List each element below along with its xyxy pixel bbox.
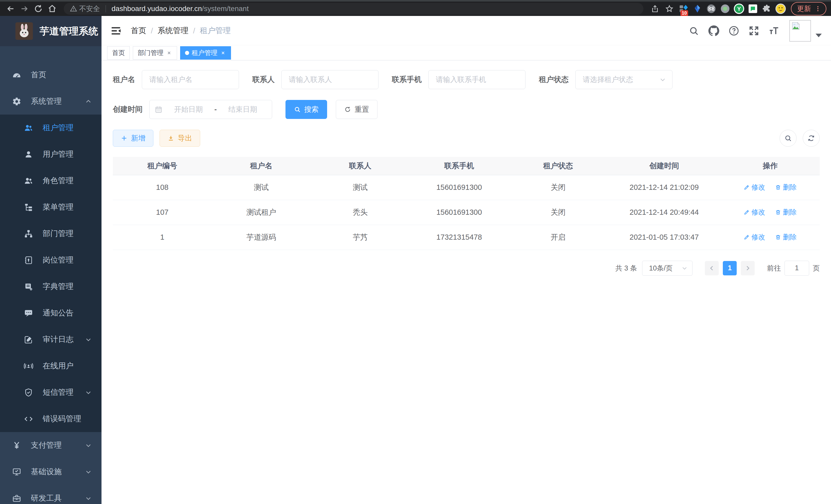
reset-button[interactable]: 重置 <box>336 100 377 119</box>
chevron-right-icon <box>744 265 751 271</box>
sidebar-item-devtools[interactable]: 研发工具 <box>0 485 102 504</box>
cell-contact: 秃头 <box>311 200 409 225</box>
fullscreen-icon[interactable] <box>747 24 761 37</box>
search-button[interactable]: 搜索 <box>285 100 327 119</box>
chevron-down-icon <box>85 389 92 396</box>
browser-actions: 10 Y <box>649 2 826 16</box>
page-1-button[interactable]: 1 <box>723 261 737 275</box>
sidebar-item-audit[interactable]: 审计日志 <box>0 326 102 353</box>
toggle-search-button[interactable] <box>780 130 797 147</box>
delete-button[interactable]: 删除 <box>775 183 797 192</box>
goto-label: 前往 <box>767 264 781 273</box>
close-icon[interactable] <box>166 50 172 56</box>
add-button-label: 新增 <box>131 133 145 143</box>
users-icon <box>24 176 33 186</box>
breadcrumb-separator: / <box>193 26 195 35</box>
cell-tenant-id: 108 <box>113 175 212 200</box>
tag-home[interactable]: 首页 <box>107 46 130 60</box>
prev-page-button[interactable] <box>705 261 719 275</box>
next-page-button[interactable] <box>741 261 755 275</box>
tag-dept[interactable]: 部门管理 <box>133 46 177 60</box>
browser-toolbar: 不安全 dashboard.yudao.iocoder.cn/system/te… <box>0 2 831 16</box>
sidebar-item-infra[interactable]: 基础设施 <box>0 458 102 485</box>
extension-y-icon[interactable]: Y <box>733 3 745 14</box>
github-icon[interactable] <box>707 24 720 37</box>
avatar[interactable] <box>790 20 811 41</box>
tenant-name-input[interactable] <box>142 70 239 89</box>
date-range-picker[interactable]: 开始日期 - 结束日期 <box>149 100 272 119</box>
breadcrumb-home[interactable]: 首页 <box>131 25 146 36</box>
status-select[interactable]: 请选择租户状态 <box>575 70 672 89</box>
col-mobile: 联系手机 <box>409 157 509 175</box>
reload-icon[interactable] <box>32 3 44 14</box>
users-icon <box>24 123 33 133</box>
home-icon[interactable] <box>46 3 58 14</box>
cell-contact: 芋艿 <box>311 225 409 250</box>
edit-button[interactable]: 修改 <box>744 208 765 217</box>
mobile-input[interactable] <box>428 70 525 89</box>
extension-grid-diamond-icon[interactable]: 10 <box>678 3 689 14</box>
sidebar-item-online[interactable]: 在线用户 <box>0 353 102 379</box>
back-icon[interactable] <box>5 3 17 14</box>
active-tag-dot <box>185 51 189 55</box>
sidebar-item-role[interactable]: 角色管理 <box>0 168 102 194</box>
sidebar-item-label: 系统管理 <box>31 96 62 107</box>
search-button-label: 搜索 <box>304 105 319 114</box>
table-toolbar: 新增 导出 <box>113 130 820 147</box>
extension-command-icon[interactable] <box>706 3 717 14</box>
search-icon[interactable] <box>687 24 700 37</box>
sidebar-item-dict[interactable]: 字典管理 <box>0 273 102 300</box>
sidebar-item-pay[interactable]: 支付管理 <box>0 432 102 458</box>
edit-pen-icon <box>744 184 750 190</box>
edit-button[interactable]: 修改 <box>744 233 765 242</box>
export-button[interactable]: 导出 <box>160 130 200 147</box>
share-icon[interactable] <box>649 3 661 14</box>
sidebar-item-errcode[interactable]: 错误码管理 <box>0 406 102 432</box>
table-row: 107 测试租户 秃头 15601691300 关闭 2021-12-14 20… <box>113 200 820 225</box>
page-size-select[interactable]: 10条/页 <box>642 261 692 276</box>
sidebar-item-dept[interactable]: 部门管理 <box>0 220 102 247</box>
browser-update-button[interactable]: 更新 <box>791 2 826 16</box>
sidebar-toggle-hamburger-icon[interactable] <box>110 25 122 37</box>
sidebar-item-menu-mgmt[interactable]: 菜单管理 <box>0 194 102 220</box>
add-button[interactable]: 新增 <box>113 130 153 147</box>
sidebar-item-label: 角色管理 <box>42 175 74 186</box>
pagination: 共 3 条 10条/页 1 前往 页 <box>113 261 820 276</box>
breadcrumb-system[interactable]: 系统管理 <box>157 25 188 36</box>
goto-page-input[interactable] <box>784 261 809 276</box>
sidebar-item-sms[interactable]: 短信管理 <box>0 379 102 406</box>
profile-avatar-icon[interactable] <box>775 3 786 14</box>
refresh-table-button[interactable] <box>803 130 820 147</box>
sidebar-item-user[interactable]: 用户管理 <box>0 141 102 168</box>
cell-contact: 测试 <box>311 175 409 200</box>
extensions-puzzle-icon[interactable] <box>761 3 772 14</box>
close-icon[interactable] <box>220 50 226 56</box>
contact-input[interactable] <box>281 70 378 89</box>
avatar-caret-icon[interactable] <box>815 34 822 37</box>
extension-green-dot-icon[interactable] <box>719 3 731 14</box>
extension-chat-icon[interactable] <box>747 3 758 14</box>
extension-kite-icon[interactable] <box>692 3 703 14</box>
help-icon[interactable] <box>727 24 741 37</box>
sidebar-item-home[interactable]: 首页 <box>0 62 102 88</box>
sidebar-item-tenant[interactable]: 租户管理 <box>0 115 102 141</box>
bookmark-star-icon[interactable] <box>663 3 675 14</box>
col-tenant-name: 租户名 <box>212 157 311 175</box>
delete-label: 删除 <box>783 183 797 192</box>
col-contact: 联系人 <box>311 157 409 175</box>
forward-icon[interactable] <box>19 3 30 14</box>
url-path: /system/tenant <box>202 5 249 12</box>
security-warning[interactable]: 不安全 <box>70 4 100 13</box>
address-bar[interactable]: 不安全 dashboard.yudao.iocoder.cn/system/te… <box>64 3 643 14</box>
sidebar-item-post[interactable]: 岗位管理 <box>0 247 102 273</box>
logo-row[interactable]: 芋道管理系统 <box>0 16 102 46</box>
sidebar-item-system[interactable]: 系统管理 <box>0 88 102 115</box>
sidebar-item-notice[interactable]: 通知公告 <box>0 300 102 326</box>
font-size-icon[interactable] <box>767 24 781 37</box>
tag-tenant[interactable]: 租户管理 <box>180 46 231 60</box>
status-placeholder: 请选择租户状态 <box>583 75 659 85</box>
filter-tenant-name: 租户名 <box>113 70 239 89</box>
edit-button[interactable]: 修改 <box>744 183 765 192</box>
delete-button[interactable]: 删除 <box>775 208 797 217</box>
delete-button[interactable]: 删除 <box>775 233 797 242</box>
